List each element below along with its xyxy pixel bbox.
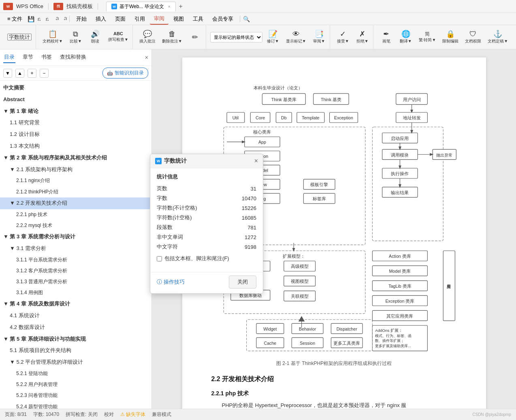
word-count-btn[interactable]: 字数统计 — [5, 32, 34, 42]
revisions-btn[interactable]: 📝 修订▼ — [264, 29, 282, 46]
toc-item-3-1-3[interactable]: 3.1.3 普通用户需求分析 — [0, 276, 151, 287]
reject-btn[interactable]: ✗ 拒绝▼ — [354, 29, 371, 46]
toc-item-4-2[interactable]: 4.2 数据库设计 — [0, 322, 151, 333]
accept-btn[interactable]: ✓ 接受▼ — [334, 29, 352, 46]
doc-tab[interactable]: W 基于Web... 毕业论文 × — [106, 2, 176, 11]
tips-link[interactable]: ⓘ 操作技巧 — [157, 278, 185, 286]
toc-item-5-2-1[interactable]: 5.2.1 登陆功能 — [0, 368, 151, 379]
toc-item-1-3[interactable]: 1.3 本文结构 — [0, 140, 151, 152]
menu-file[interactable]: ≡ 文件 — [3, 14, 26, 24]
menu-save[interactable]: 💾 — [27, 15, 34, 23]
menu-redo2[interactable]: ⎌ — [60, 15, 67, 23]
tab-toc[interactable]: 目录 — [3, 52, 15, 63]
dialog-checkbox-row[interactable]: 包括文本框、脚注和尾注(F) — [157, 252, 256, 265]
restrict-edit-btn[interactable]: 🔒 限制编辑 — [440, 29, 461, 46]
ai-identify-btn[interactable]: 🤖 智能识别目录 — [102, 68, 148, 78]
toc-item-ch5[interactable]: ▼ 第 5 章 系统详细设计与功能实现 — [0, 333, 151, 345]
include-textbox-checkbox[interactable] — [157, 256, 162, 261]
translate-icon: 🌐 — [401, 30, 410, 38]
toc-item-2-1-1[interactable]: 2.1.1 nginx介绍 — [0, 175, 151, 186]
template-label[interactable]: 找稿壳模板 — [66, 3, 93, 10]
menu-view[interactable]: 视图 — [169, 14, 188, 24]
read-aloud-btn[interactable]: 🔊 朗读 — [86, 29, 104, 46]
close-btn[interactable]: 关闭 — [229, 276, 256, 288]
toc-item-2-1[interactable]: ▼ 2.1 系统架构与程序架构 — [0, 164, 151, 176]
wps-logo[interactable]: W — [3, 3, 13, 10]
menu-insert[interactable]: 插入 — [92, 14, 110, 24]
doc-tab-close[interactable]: × — [168, 4, 171, 9]
tab-find-replace[interactable]: 查找和替换 — [59, 52, 87, 63]
convert-btn[interactable]: 简 繁·转简▼ — [416, 30, 439, 45]
show-markup-btn[interactable]: 👁 显示标记▼ — [284, 29, 309, 46]
wps-office-label[interactable]: WPS Office — [16, 3, 43, 9]
translate-btn[interactable]: 🌐 翻译▼ — [397, 29, 415, 46]
toc-item-3-1-4[interactable]: 3.1.4 用例图 — [0, 287, 151, 298]
insert-comment-btn[interactable]: 💬 插入批注 — [137, 29, 158, 46]
toc-item-3-1[interactable]: ▼ 3.1 需求分析 — [0, 243, 151, 255]
core-text: Core — [256, 115, 265, 120]
doc-anchor-btn[interactable]: ⚓ 文档定稿▼ — [485, 29, 510, 46]
nonzh-value: 1272 — [245, 234, 256, 240]
toc-item-ch3[interactable]: ▼ 第 3 章 系统需求分析与设计 — [0, 231, 151, 243]
menu-page[interactable]: 页面 — [111, 14, 130, 24]
title-bar-tabs: W 基于Web... 毕业论文 × — [106, 2, 176, 11]
toc-item-2-2-2[interactable]: 2.2.2 mysql 技术 — [0, 220, 151, 231]
template-logo[interactable]: 找 — [53, 3, 63, 10]
menu-tools[interactable]: 工具 — [189, 14, 207, 24]
menu-start[interactable]: 开始 — [72, 14, 91, 24]
status-spellcheck[interactable]: 拼写检查: 关闭 — [66, 411, 98, 418]
menu-undo[interactable]: ⎌ — [35, 15, 43, 23]
toc-item-ch1[interactable]: ▼ 第 1 章 绪论 — [0, 106, 151, 117]
toc-expand-btn[interactable]: ▲ — [15, 69, 24, 78]
toc-item-5-2-3[interactable]: 5.2.3 问卷管理功能 — [0, 390, 151, 401]
execute-text: 执行操作 — [391, 171, 409, 176]
tab-bookmark[interactable]: 书签 — [41, 52, 53, 63]
delete-comment-btn[interactable]: 🗑 删除批注▼ — [160, 29, 185, 46]
toc-item-3-1-2[interactable]: 3.1.2 客户系统需求分析 — [0, 265, 151, 276]
toc-item-4-1[interactable]: 4.1 系统设计 — [0, 310, 151, 322]
exception-text: Exception — [334, 115, 353, 120]
spell-check-btn[interactable]: ABC 拼写检查▼ — [106, 30, 131, 44]
doc-compare-btn[interactable]: 📋 文档校对▼ — [40, 29, 65, 46]
doc-rights-btn[interactable]: 🛡 文档权限 — [463, 29, 484, 46]
toc-collapse-all-btn[interactable]: ▼ — [3, 69, 12, 78]
toc-item-2-1-2[interactable]: 2.1.2 thinkPHP介绍 — [0, 187, 151, 197]
sidebar: 目录 章节 书签 查找和替换 × ▼ ▲ + − 🤖 智能识别目录 中文摘要 A… — [0, 49, 152, 409]
menu-review[interactable]: 审阅 — [150, 13, 168, 25]
toc-item-3-1-1[interactable]: 3.1.1 平台系统需求分析 — [0, 255, 151, 265]
toc-remove-btn[interactable]: − — [40, 69, 49, 78]
toc-item-ch4[interactable]: ▼ 第 4 章 系统及数据库设计 — [0, 298, 151, 310]
toc-item-1-1[interactable]: 1.1 研究背景 — [0, 117, 151, 129]
menu-vip[interactable]: 会员专享 — [208, 14, 237, 24]
menu-reference[interactable]: 引用 — [130, 14, 149, 24]
menu-undo2[interactable]: ⎌ — [43, 15, 51, 23]
toc-item-1-2[interactable]: 1.2 设计目标 — [0, 129, 151, 140]
edit-comment-btn[interactable]: ✏ — [186, 32, 204, 42]
compare-btn[interactable]: ⧉ 比较▼ — [67, 29, 85, 46]
toc-item-5-2-4[interactable]: 5.2.4 题型管理功能 — [0, 401, 151, 409]
toc-item-abstract-cn[interactable]: 中文摘要 — [0, 82, 151, 94]
toc-item-2-2-1[interactable]: 2.2.1 php 技术 — [0, 209, 151, 220]
toc-item-abstract-en[interactable]: Abstract — [0, 94, 151, 106]
dialog-close-icon[interactable]: × — [254, 157, 258, 165]
toc-item-5-2-2[interactable]: 5.2.2 用户列表管理 — [0, 379, 151, 390]
toc-item-5-2[interactable]: ▼ 5.2 平台管理系统的详细设计 — [0, 356, 151, 368]
markup-state-select[interactable]: 显示标记的最终状态 — [210, 32, 262, 42]
menu-redo[interactable]: ⎌ — [51, 15, 59, 23]
status-bar: 页面: 8/31 字数: 10470 拼写检查: 关闭 校对 ⚠ 缺失字体 兼容… — [0, 409, 516, 420]
tab-chapter[interactable]: 章节 — [22, 52, 34, 63]
sidebar-close-btn[interactable]: × — [145, 54, 148, 61]
edit-comment-icon: ✏ — [192, 34, 198, 41]
menu-search[interactable]: 🔍 — [243, 15, 250, 23]
toc-item-2-2[interactable]: ▼ 2.2 开发相关技术介绍 — [0, 197, 151, 209]
add-tab-btn[interactable]: + — [179, 3, 183, 10]
word-count-dialog: W 字数统计 × 统计信息 页数 31 字数 10470 字符数(不计空格) 1… — [150, 154, 263, 294]
ink-btn[interactable]: ✒ 画笔 — [377, 29, 395, 46]
toc-item-5-1[interactable]: 5.1 系统项目的文件夹结构 — [0, 345, 151, 356]
status-proofread[interactable]: 校对 — [104, 411, 114, 418]
toc-add-btn[interactable]: + — [28, 69, 36, 78]
status-watermark: CSDN @piya2dopmp — [472, 412, 511, 417]
toc-item-ch2[interactable]: ▼ 第 2 章 系统与程序架构及其相关技术介绍 — [0, 152, 151, 164]
review-pane-btn[interactable]: 📑 审阅▼ — [310, 29, 328, 46]
toolbar-group-comment: 💬 插入批注 🗑 删除批注▼ ✏ — [135, 25, 206, 49]
